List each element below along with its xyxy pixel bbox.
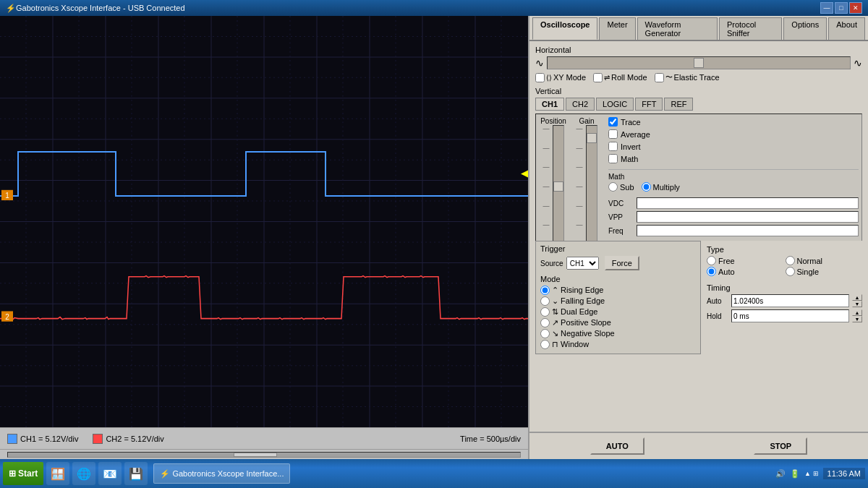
elastic-trace-checkbox[interactable] — [655, 73, 664, 82]
roll-mode-label[interactable]: Roll Mode — [611, 73, 647, 82]
falling-edge-radio[interactable] — [540, 296, 550, 306]
normal-row: Normal — [786, 256, 863, 265]
roll-mode-checkbox[interactable] — [593, 73, 603, 82]
vert-tab-ch2[interactable]: CH2 — [566, 98, 595, 111]
hold-spinner: ▲ ▼ — [852, 309, 862, 322]
horizontal-slider-thumb[interactable] — [694, 58, 704, 68]
tab-options[interactable]: Options — [783, 17, 827, 40]
force-button[interactable]: Force — [605, 256, 639, 270]
gain-label: Gain — [579, 117, 594, 125]
hold-spin-up[interactable]: ▲ — [852, 309, 862, 316]
xy-mode-label[interactable]: XY Mode — [553, 73, 586, 82]
auto-spin-down[interactable]: ▼ — [852, 301, 862, 307]
trigger-source-select[interactable]: CH1 — [566, 257, 599, 270]
ch2-color-indicator — [93, 434, 103, 444]
auto-field-label: Auto — [707, 297, 728, 305]
tab-waveform-gen[interactable]: Waveform Generator — [637, 17, 718, 40]
auto-button[interactable]: AUTO — [590, 437, 644, 455]
single-radio[interactable] — [786, 267, 795, 276]
taskbar-icon-3[interactable]: 💾 — [124, 462, 148, 485]
vdc-row: VDC — [608, 197, 859, 209]
freq-label: Freq — [608, 227, 634, 235]
minimize-button[interactable]: — — [820, 2, 833, 14]
tab-meter[interactable]: Meter — [599, 17, 635, 40]
pos-slope-label: ↗ Positive Slope — [552, 318, 611, 328]
window-radio[interactable] — [540, 340, 550, 349]
rising-edge-radio[interactable] — [540, 286, 550, 295]
horizontal-slider-row: ∿ ∿ — [535, 56, 862, 69]
free-radio[interactable] — [707, 256, 716, 265]
dual-edge-radio[interactable] — [540, 307, 550, 317]
scope-scrollbar — [0, 449, 528, 459]
panel-content: Horizontal ∿ ∿ ⟨⟩ XY Mode — [529, 41, 868, 241]
start-button[interactable]: ⊞ Start — [3, 462, 43, 485]
window-label: ⊓ Window — [552, 340, 589, 349]
tab-about[interactable]: About — [828, 17, 865, 40]
type-section: Type Free Normal — [707, 245, 862, 276]
pos-slope-radio[interactable] — [540, 318, 550, 328]
falling-edge-label: ⌄ Falling Edge — [552, 296, 605, 306]
dual-edge-icon: ⇅ — [552, 307, 558, 316]
neg-slope-radio[interactable] — [540, 329, 550, 338]
normal-radio[interactable] — [786, 256, 795, 265]
position-slider[interactable] — [553, 125, 564, 241]
neg-slope-icon: ↘ — [552, 329, 558, 338]
stop-button[interactable]: STOP — [754, 437, 807, 455]
vpp-input[interactable] — [637, 211, 859, 223]
freq-input[interactable] — [637, 225, 859, 236]
horizontal-slider[interactable] — [547, 56, 851, 69]
invert-checkbox[interactable] — [608, 142, 618, 151]
trigger-source-label: Source — [540, 260, 563, 267]
xy-mode-checkbox[interactable] — [535, 73, 545, 82]
gain-slider[interactable] — [586, 125, 597, 241]
vert-tab-ref[interactable]: REF — [664, 98, 693, 111]
trace-checkbox[interactable] — [608, 117, 618, 127]
auto-radio[interactable] — [707, 267, 716, 276]
elastic-trace-label[interactable]: Elastic Trace — [674, 73, 720, 82]
average-label: Average — [621, 130, 650, 139]
position-slider-thumb[interactable] — [553, 181, 563, 192]
type-timing-area: Type Free Normal — [707, 241, 862, 357]
gain-slider-thumb[interactable] — [587, 133, 597, 143]
auto-timing-input[interactable] — [731, 294, 849, 307]
auto-spin-up[interactable]: ▲ — [852, 294, 862, 301]
network-icon: 🔊 — [775, 469, 786, 479]
math-ops-label: Math — [608, 173, 859, 181]
maximize-button[interactable]: □ — [835, 2, 848, 14]
options-column: Trace Average Invert Math — [605, 117, 859, 241]
ch1-label: CH1 = 5.12V/div — [7, 434, 78, 444]
vdc-label: VDC — [608, 200, 634, 207]
windows-icon: ⊞ — [9, 468, 16, 479]
scrollbar-track[interactable] — [7, 452, 521, 458]
sub-radio[interactable] — [608, 182, 618, 192]
math-checkbox[interactable] — [608, 154, 618, 163]
multiply-radio[interactable] — [642, 182, 651, 192]
average-checkbox[interactable] — [608, 129, 618, 139]
vdc-input[interactable] — [637, 197, 859, 209]
invert-row: Invert — [608, 142, 859, 151]
taskbar-icon-1[interactable]: 🌐 — [72, 462, 95, 485]
scope-status: CH1 = 5.12V/div CH2 = 5.12V/div Time = 5… — [0, 427, 528, 449]
timing-label: Timing — [707, 283, 862, 292]
vert-tab-logic[interactable]: LOGIC — [596, 98, 634, 111]
trigger-source-row: Source CH1 Force — [540, 256, 696, 270]
tab-oscilloscope[interactable]: Oscilloscope — [532, 17, 597, 40]
taskbar-app-item[interactable]: ⚡ Gabotronics Xscope Interface... — [153, 463, 290, 484]
taskbar-icon-0[interactable]: 🪟 — [46, 462, 69, 485]
taskbar-icon-2[interactable]: 📧 — [98, 462, 122, 485]
bottom-buttons: AUTO STOP — [529, 432, 868, 459]
vpp-row: VPP — [608, 211, 859, 223]
vertical-label: Vertical — [535, 87, 862, 95]
scrollbar-thumb[interactable] — [234, 453, 277, 457]
hold-timing-input[interactable] — [731, 309, 849, 322]
close-button[interactable]: ✕ — [849, 2, 862, 14]
hold-spin-down[interactable]: ▼ — [852, 316, 862, 322]
vertical-content: Position — — — — — — — — [535, 114, 862, 241]
horizontal-label: Horizontal — [535, 46, 862, 54]
vert-tab-ch1[interactable]: CH1 — [535, 98, 564, 111]
tab-protocol[interactable]: Protocol Sniffer — [719, 17, 782, 40]
vert-tab-fft[interactable]: FFT — [635, 98, 663, 111]
ch2-text: CH2 = 5.12V/div — [106, 435, 163, 443]
math-checkbox-label: Math — [621, 155, 638, 163]
multiply-radio-row: Multiply — [642, 182, 680, 192]
